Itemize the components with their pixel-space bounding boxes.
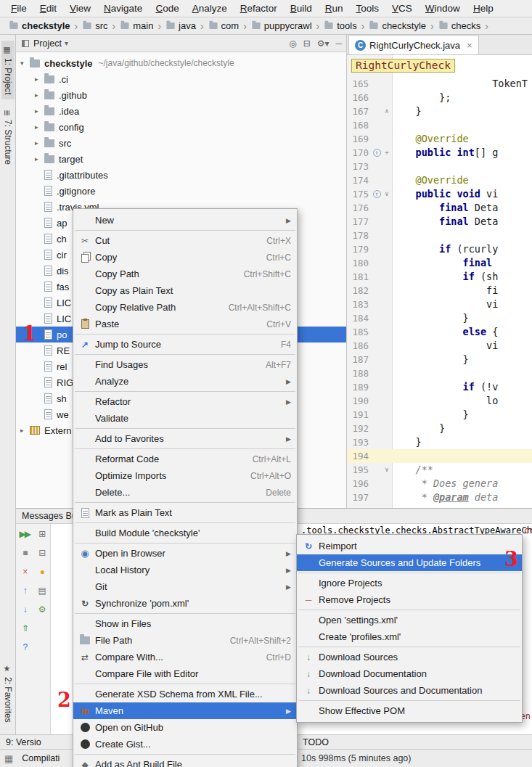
maven-submenu-item-remove-projects[interactable]: ─Remove Projects — [297, 591, 522, 608]
code-line-182[interactable]: 182 fi — [347, 284, 532, 298]
menu-edit[interactable]: Edit — [33, 1, 63, 15]
tree-item-idea[interactable]: ▸.idea — [16, 103, 346, 119]
code-line-190[interactable]: 190 lo — [347, 394, 532, 408]
export-icon[interactable]: ⇑ — [18, 623, 31, 634]
menu-tools[interactable]: Tools — [350, 1, 386, 15]
code-line-194[interactable]: 194 — [347, 449, 532, 463]
breadcrumb-checkstyle[interactable]: checkstyle — [7, 20, 72, 32]
tree-item-ci[interactable]: ▸.ci — [16, 71, 346, 87]
notifications-icon[interactable]: ● — [35, 566, 48, 578]
maven-submenu-item-ignore-projects[interactable]: Ignore Projects — [297, 575, 522, 591]
code-line-174[interactable]: 174 @Override — [347, 173, 532, 187]
breadcrumb-tools[interactable]: tools — [322, 20, 358, 32]
help-icon[interactable]: ? — [18, 641, 31, 653]
context-menu-item-show-in-files[interactable]: Show in Files — [73, 615, 297, 632]
code-line-192[interactable]: 192 } — [347, 422, 532, 435]
editor-body[interactable]: RightCurlyCheck 165 TokenT166 };167∧ }16… — [347, 55, 532, 508]
fold-marker-icon[interactable]: ∧ — [382, 104, 392, 118]
context-menu-item-file-path[interactable]: File PathCtrl+Alt+Shift+2 — [73, 632, 297, 649]
context-menu-item-create-gist[interactable]: Create Gist... — [73, 736, 297, 752]
menu-code[interactable]: Code — [149, 1, 185, 15]
context-menu-item-refactor[interactable]: Refactor▶ — [73, 393, 297, 410]
context-menu-item-local-history[interactable]: Local History▶ — [73, 562, 297, 578]
tree-item-config[interactable]: ▸config — [16, 119, 346, 135]
tree-item-gitignore[interactable]: .gitignore — [16, 183, 346, 199]
code-line-178[interactable]: 178 — [347, 229, 532, 242]
fold-marker-icon[interactable]: ∨ — [382, 463, 392, 477]
menu-run[interactable]: Run — [319, 1, 350, 15]
code-line-176[interactable]: 176 final Deta — [347, 201, 532, 215]
context-menu-item-open-on-github[interactable]: Open on GitHub — [73, 719, 297, 736]
maven-submenu-item-download-documentation[interactable]: ↓Download Documentation — [297, 665, 522, 682]
toolwindow-tab-structure[interactable]: ≣ 7: Structure — [1, 105, 15, 169]
tree-expand-icon[interactable]: ▸ — [35, 155, 44, 163]
locate-file-icon[interactable]: ◎ — [289, 38, 296, 49]
toolwindow-switcher-icon[interactable]: ▦ — [4, 753, 13, 764]
tree-expand-icon[interactable]: ▸ — [35, 139, 44, 147]
tree-item-github[interactable]: ▸.github — [16, 87, 346, 103]
tree-expand-icon[interactable]: ▸ — [35, 75, 44, 83]
menu-file[interactable]: File — [4, 1, 33, 15]
stop-icon[interactable]: ■ — [18, 547, 31, 559]
breadcrumb-java[interactable]: java — [164, 20, 197, 32]
context-menu-item-find-usages[interactable]: Find UsagesAlt+F7 — [73, 356, 297, 373]
tree-expand-icon[interactable]: ▾ — [20, 60, 30, 67]
fold-marker-icon[interactable]: ∨ — [382, 187, 392, 201]
code-line-186[interactable]: 186 vi — [347, 339, 532, 353]
context-menu-item-maven[interactable]: mMaven▶ — [73, 702, 297, 719]
maven-submenu-item-download-sources[interactable]: ↓Download Sources — [297, 649, 522, 665]
menu-analyze[interactable]: Analyze — [186, 1, 234, 15]
toolwindow-tab-project[interactable]: ▦ 1: Project — [1, 41, 15, 99]
toolwindow-tab-favorites[interactable]: ★ 2: Favorites — [1, 660, 15, 727]
context-menu-item-jump-to-source[interactable]: ↗Jump to SourceF4 — [73, 336, 297, 353]
code-line-191[interactable]: 191 } — [347, 408, 532, 422]
tree-expand-icon[interactable]: ▸ — [35, 123, 44, 131]
context-menu-item-paste[interactable]: PasteCtrl+V — [73, 316, 297, 332]
collapse-all-icon[interactable]: ⊟ — [303, 38, 311, 49]
code-line-173[interactable]: 173 — [347, 160, 532, 173]
context-menu-item-mark-as-plain-text[interactable]: Mark as Plain Text — [73, 504, 297, 521]
menu-refactor[interactable]: Refactor — [234, 1, 284, 15]
editor-tab[interactable]: C RightCurlyCheck.java × — [348, 35, 479, 54]
code-line-189[interactable]: 189 if (!v — [347, 380, 532, 394]
context-menu-item-validate[interactable]: Validate — [73, 410, 297, 427]
tree-item-gitattributes[interactable]: .gitattributes — [16, 167, 346, 183]
context-menu-item-build-module-checkstyle[interactable]: Build Module 'checkstyle' — [73, 525, 297, 541]
code-line-183[interactable]: 183 vi — [347, 298, 532, 311]
context-menu-item-copy-as-plain-text[interactable]: Copy as Plain Text — [73, 282, 297, 299]
list-icon[interactable]: ▤ — [35, 585, 48, 596]
context-menu-item-analyze[interactable]: Analyze▶ — [73, 373, 297, 390]
context-menu-item-add-to-favorites[interactable]: Add to Favorites▶ — [73, 430, 297, 447]
maven-submenu-item-download-sources-and-documentation[interactable]: ↓Download Sources and Documentation — [297, 682, 522, 699]
code-line-167[interactable]: 167∧ } — [347, 104, 532, 118]
tree-expand-icon[interactable]: ▸ — [35, 91, 44, 99]
settings-gear-icon[interactable]: ⚙▾ — [317, 38, 330, 49]
context-menu-item-add-as-ant-build-file[interactable]: ◆Add as Ant Build File — [73, 756, 297, 767]
breadcrumb-com[interactable]: com — [207, 20, 241, 32]
context-menu-item-copy[interactable]: CopyCtrl+C — [73, 249, 297, 266]
menu-help[interactable]: Help — [467, 1, 500, 15]
code-line-165[interactable]: 165 TokenT — [347, 77, 532, 91]
code-line-166[interactable]: 166 }; — [347, 91, 532, 104]
context-menu-item-compare-with[interactable]: ⇄Compare With...Ctrl+D — [73, 649, 297, 665]
context-menu-item-cut[interactable]: ✂CutCtrl+X — [73, 232, 297, 249]
tree-item-checkstyle[interactable]: ▾checkstyle~/java/github/checkstyle/chec… — [16, 55, 346, 71]
code-line-195[interactable]: 195∨ /** — [347, 463, 532, 477]
hide-panel-icon[interactable]: ─ — [335, 38, 342, 49]
breadcrumb-src[interactable]: src — [81, 20, 109, 32]
maven-submenu-item-show-effective-pom[interactable]: Show Effective POM — [297, 702, 522, 719]
up-icon[interactable]: ↑ — [18, 585, 31, 596]
menu-vcs[interactable]: VCS — [385, 1, 419, 15]
breadcrumb-puppycrawl[interactable]: puppycrawl — [250, 20, 314, 32]
close-icon[interactable]: × — [18, 566, 31, 578]
code-line-181[interactable]: 181 if (sh — [347, 270, 532, 284]
code-line-170[interactable]: 170↑+ public int[] g — [347, 146, 532, 160]
rerun-icon[interactable]: ▶▶ — [18, 528, 31, 540]
code-line-185[interactable]: 185 else { — [347, 325, 532, 339]
close-icon[interactable]: × — [467, 40, 472, 51]
code-line-168[interactable]: 168 — [347, 118, 532, 132]
breadcrumb-checks[interactable]: checks — [437, 20, 482, 32]
tree-item-target[interactable]: ▸target — [16, 151, 346, 167]
code-line-193[interactable]: 193 } — [347, 435, 532, 449]
context-menu-item-git[interactable]: Git▶ — [73, 578, 297, 595]
